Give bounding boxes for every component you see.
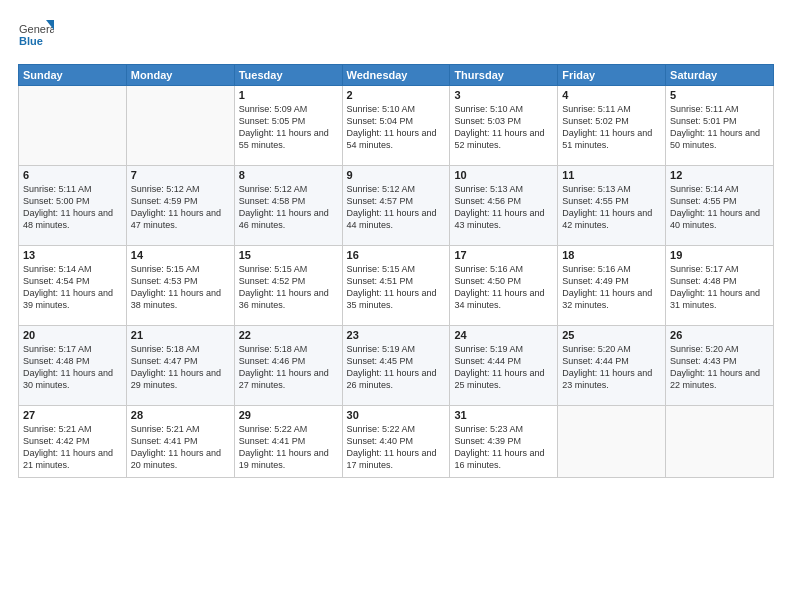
calendar-cell: 25Sunrise: 5:20 AMSunset: 4:44 PMDayligh… <box>558 326 666 406</box>
day-info: Sunrise: 5:15 AMSunset: 4:51 PMDaylight:… <box>347 263 446 312</box>
calendar-cell: 29Sunrise: 5:22 AMSunset: 4:41 PMDayligh… <box>234 406 342 478</box>
day-info: Sunrise: 5:15 AMSunset: 4:53 PMDaylight:… <box>131 263 230 312</box>
day-number: 24 <box>454 329 553 341</box>
calendar-cell: 15Sunrise: 5:15 AMSunset: 4:52 PMDayligh… <box>234 246 342 326</box>
day-info: Sunrise: 5:13 AMSunset: 4:56 PMDaylight:… <box>454 183 553 232</box>
calendar-cell: 18Sunrise: 5:16 AMSunset: 4:49 PMDayligh… <box>558 246 666 326</box>
logo: General Blue <box>18 18 54 54</box>
day-info: Sunrise: 5:11 AMSunset: 5:01 PMDaylight:… <box>670 103 769 152</box>
calendar-cell: 19Sunrise: 5:17 AMSunset: 4:48 PMDayligh… <box>666 246 774 326</box>
day-info: Sunrise: 5:14 AMSunset: 4:55 PMDaylight:… <box>670 183 769 232</box>
calendar-cell: 17Sunrise: 5:16 AMSunset: 4:50 PMDayligh… <box>450 246 558 326</box>
day-number: 1 <box>239 89 338 101</box>
day-number: 3 <box>454 89 553 101</box>
day-info: Sunrise: 5:18 AMSunset: 4:47 PMDaylight:… <box>131 343 230 392</box>
calendar-cell: 31Sunrise: 5:23 AMSunset: 4:39 PMDayligh… <box>450 406 558 478</box>
day-number: 8 <box>239 169 338 181</box>
svg-text:Blue: Blue <box>19 35 43 47</box>
day-info: Sunrise: 5:22 AMSunset: 4:41 PMDaylight:… <box>239 423 338 472</box>
day-number: 28 <box>131 409 230 421</box>
calendar-cell: 9Sunrise: 5:12 AMSunset: 4:57 PMDaylight… <box>342 166 450 246</box>
day-number: 7 <box>131 169 230 181</box>
day-number: 18 <box>562 249 661 261</box>
day-info: Sunrise: 5:20 AMSunset: 4:43 PMDaylight:… <box>670 343 769 392</box>
calendar-cell: 16Sunrise: 5:15 AMSunset: 4:51 PMDayligh… <box>342 246 450 326</box>
day-number: 11 <box>562 169 661 181</box>
weekday-header-thursday: Thursday <box>450 65 558 86</box>
weekday-header-sunday: Sunday <box>19 65 127 86</box>
day-number: 25 <box>562 329 661 341</box>
day-number: 21 <box>131 329 230 341</box>
calendar-cell: 22Sunrise: 5:18 AMSunset: 4:46 PMDayligh… <box>234 326 342 406</box>
calendar-cell: 14Sunrise: 5:15 AMSunset: 4:53 PMDayligh… <box>126 246 234 326</box>
day-number: 4 <box>562 89 661 101</box>
calendar-cell: 21Sunrise: 5:18 AMSunset: 4:47 PMDayligh… <box>126 326 234 406</box>
day-number: 15 <box>239 249 338 261</box>
calendar-cell <box>666 406 774 478</box>
day-number: 13 <box>23 249 122 261</box>
day-info: Sunrise: 5:09 AMSunset: 5:05 PMDaylight:… <box>239 103 338 152</box>
day-info: Sunrise: 5:10 AMSunset: 5:04 PMDaylight:… <box>347 103 446 152</box>
day-number: 14 <box>131 249 230 261</box>
day-info: Sunrise: 5:18 AMSunset: 4:46 PMDaylight:… <box>239 343 338 392</box>
day-number: 31 <box>454 409 553 421</box>
calendar-cell: 13Sunrise: 5:14 AMSunset: 4:54 PMDayligh… <box>19 246 127 326</box>
logo-svg: General Blue <box>18 18 54 54</box>
day-info: Sunrise: 5:12 AMSunset: 4:57 PMDaylight:… <box>347 183 446 232</box>
calendar-cell: 12Sunrise: 5:14 AMSunset: 4:55 PMDayligh… <box>666 166 774 246</box>
calendar-cell: 24Sunrise: 5:19 AMSunset: 4:44 PMDayligh… <box>450 326 558 406</box>
day-number: 16 <box>347 249 446 261</box>
day-info: Sunrise: 5:10 AMSunset: 5:03 PMDaylight:… <box>454 103 553 152</box>
day-number: 9 <box>347 169 446 181</box>
calendar-cell: 4Sunrise: 5:11 AMSunset: 5:02 PMDaylight… <box>558 86 666 166</box>
day-info: Sunrise: 5:22 AMSunset: 4:40 PMDaylight:… <box>347 423 446 472</box>
day-number: 6 <box>23 169 122 181</box>
day-info: Sunrise: 5:12 AMSunset: 4:58 PMDaylight:… <box>239 183 338 232</box>
calendar-cell: 1Sunrise: 5:09 AMSunset: 5:05 PMDaylight… <box>234 86 342 166</box>
day-info: Sunrise: 5:21 AMSunset: 4:41 PMDaylight:… <box>131 423 230 472</box>
calendar-cell: 30Sunrise: 5:22 AMSunset: 4:40 PMDayligh… <box>342 406 450 478</box>
day-number: 26 <box>670 329 769 341</box>
calendar-cell: 11Sunrise: 5:13 AMSunset: 4:55 PMDayligh… <box>558 166 666 246</box>
day-number: 29 <box>239 409 338 421</box>
day-number: 17 <box>454 249 553 261</box>
day-number: 12 <box>670 169 769 181</box>
day-info: Sunrise: 5:21 AMSunset: 4:42 PMDaylight:… <box>23 423 122 472</box>
day-info: Sunrise: 5:17 AMSunset: 4:48 PMDaylight:… <box>23 343 122 392</box>
day-info: Sunrise: 5:13 AMSunset: 4:55 PMDaylight:… <box>562 183 661 232</box>
calendar-cell: 2Sunrise: 5:10 AMSunset: 5:04 PMDaylight… <box>342 86 450 166</box>
day-number: 20 <box>23 329 122 341</box>
day-info: Sunrise: 5:17 AMSunset: 4:48 PMDaylight:… <box>670 263 769 312</box>
weekday-header-wednesday: Wednesday <box>342 65 450 86</box>
svg-text:General: General <box>19 23 54 35</box>
calendar-cell: 7Sunrise: 5:12 AMSunset: 4:59 PMDaylight… <box>126 166 234 246</box>
calendar-cell <box>558 406 666 478</box>
weekday-header-tuesday: Tuesday <box>234 65 342 86</box>
calendar-cell <box>19 86 127 166</box>
day-number: 2 <box>347 89 446 101</box>
calendar-cell: 8Sunrise: 5:12 AMSunset: 4:58 PMDaylight… <box>234 166 342 246</box>
calendar-cell: 6Sunrise: 5:11 AMSunset: 5:00 PMDaylight… <box>19 166 127 246</box>
calendar-cell: 28Sunrise: 5:21 AMSunset: 4:41 PMDayligh… <box>126 406 234 478</box>
page-header: General Blue <box>18 18 774 54</box>
day-info: Sunrise: 5:11 AMSunset: 5:00 PMDaylight:… <box>23 183 122 232</box>
calendar-cell: 3Sunrise: 5:10 AMSunset: 5:03 PMDaylight… <box>450 86 558 166</box>
day-number: 27 <box>23 409 122 421</box>
weekday-header-monday: Monday <box>126 65 234 86</box>
day-info: Sunrise: 5:15 AMSunset: 4:52 PMDaylight:… <box>239 263 338 312</box>
day-number: 5 <box>670 89 769 101</box>
day-info: Sunrise: 5:16 AMSunset: 4:50 PMDaylight:… <box>454 263 553 312</box>
weekday-header-friday: Friday <box>558 65 666 86</box>
calendar-cell: 5Sunrise: 5:11 AMSunset: 5:01 PMDaylight… <box>666 86 774 166</box>
day-info: Sunrise: 5:12 AMSunset: 4:59 PMDaylight:… <box>131 183 230 232</box>
day-info: Sunrise: 5:19 AMSunset: 4:45 PMDaylight:… <box>347 343 446 392</box>
calendar-cell: 23Sunrise: 5:19 AMSunset: 4:45 PMDayligh… <box>342 326 450 406</box>
day-info: Sunrise: 5:20 AMSunset: 4:44 PMDaylight:… <box>562 343 661 392</box>
day-number: 30 <box>347 409 446 421</box>
calendar-table: SundayMondayTuesdayWednesdayThursdayFrid… <box>18 64 774 478</box>
day-info: Sunrise: 5:14 AMSunset: 4:54 PMDaylight:… <box>23 263 122 312</box>
day-info: Sunrise: 5:11 AMSunset: 5:02 PMDaylight:… <box>562 103 661 152</box>
weekday-header-saturday: Saturday <box>666 65 774 86</box>
calendar-cell: 26Sunrise: 5:20 AMSunset: 4:43 PMDayligh… <box>666 326 774 406</box>
day-info: Sunrise: 5:16 AMSunset: 4:49 PMDaylight:… <box>562 263 661 312</box>
